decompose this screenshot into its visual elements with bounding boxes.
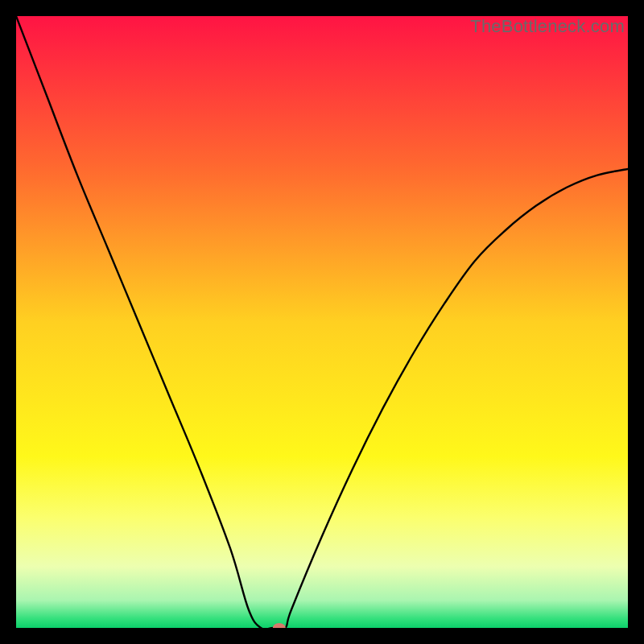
watermark-text: TheBottleneck.com bbox=[470, 16, 625, 37]
chart-plot bbox=[16, 16, 628, 628]
chart-frame: TheBottleneck.com bbox=[16, 16, 628, 628]
